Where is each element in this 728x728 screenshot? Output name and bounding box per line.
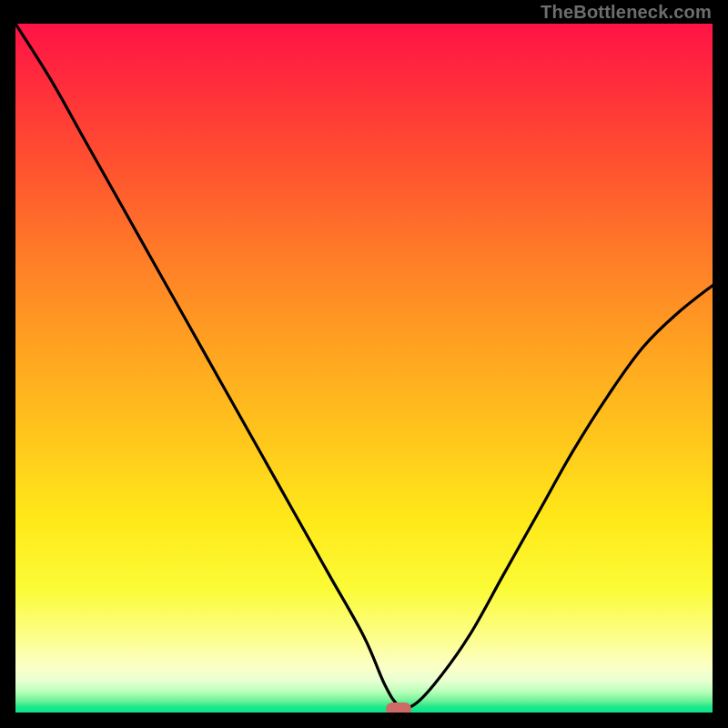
attribution-label: TheBottleneck.com	[541, 2, 712, 23]
bottleneck-curve	[15, 24, 713, 713]
optimal-point-marker	[386, 703, 411, 713]
plot-area	[15, 24, 713, 713]
chart-frame: TheBottleneck.com	[0, 0, 728, 728]
bottleneck-curve-path	[15, 24, 713, 708]
